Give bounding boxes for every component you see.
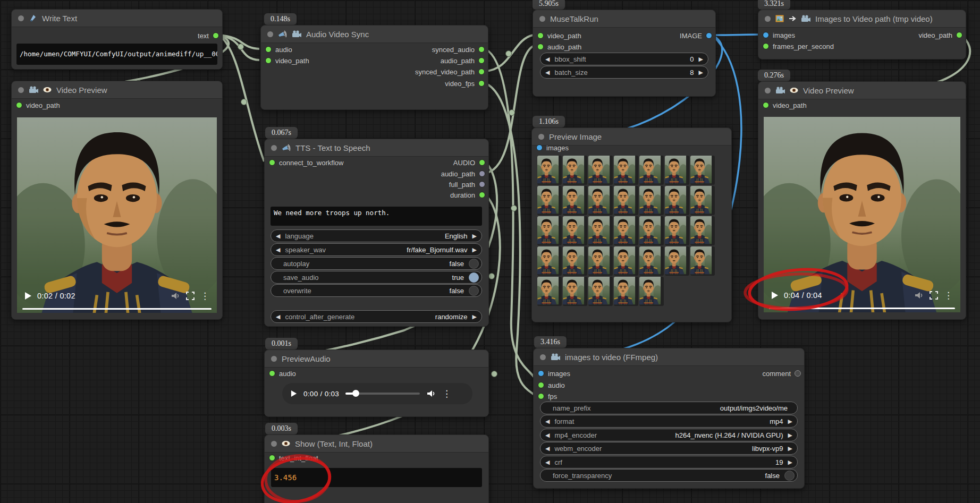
slot-dot[interactable]	[478, 57, 485, 64]
image-thumbnail[interactable]	[690, 216, 715, 245]
decrement-arrow-icon[interactable]: ◀	[545, 70, 550, 75]
widget-batch-size[interactable]: ◀ batch_size 8 ▶	[540, 66, 708, 79]
slot-dot[interactable]	[16, 102, 22, 108]
audio-seek-slider[interactable]	[345, 393, 420, 395]
video-controls[interactable]: 0:04 / 0:04 ⋮	[764, 285, 960, 306]
image-thumbnail[interactable]	[614, 277, 638, 306]
widget-save-audio[interactable]: save_audio true	[271, 271, 482, 284]
output-slot-audio-path[interactable]: audio_path	[441, 169, 485, 178]
image-thumbnail[interactable]	[614, 216, 638, 245]
image-thumbnail[interactable]	[588, 156, 613, 185]
output-slot-video-fps[interactable]: video_fps	[445, 79, 485, 88]
node-show-text-int-float[interactable]: Show (Text, Int, Float) text_int_float 3…	[264, 434, 489, 503]
increment-arrow-icon[interactable]: ▶	[788, 459, 792, 465]
input-slot-audio[interactable]: audio	[538, 380, 565, 390]
play-icon[interactable]	[291, 390, 297, 397]
input-slot-audio[interactable]: audio	[265, 45, 292, 54]
decrement-arrow-icon[interactable]: ◀	[545, 459, 550, 465]
toggle-knob[interactable]	[469, 272, 479, 283]
image-thumbnail[interactable]	[639, 156, 664, 185]
mute-icon[interactable]	[171, 292, 180, 300]
node-header[interactable]: Video Preview	[758, 82, 966, 99]
image-thumbnail[interactable]	[665, 156, 689, 185]
input-slot-video-path[interactable]: video_path	[537, 31, 581, 40]
node-preview-audio[interactable]: PreviewAudio audio 0:00 / 0:03 ⋮	[264, 349, 489, 417]
input-slot-frames-per-second[interactable]: frames_per_second	[763, 41, 834, 51]
widget-autoplay[interactable]: autoplay false	[271, 257, 482, 270]
volume-icon[interactable]	[426, 389, 436, 398]
input-slot-connect-to-workflow[interactable]: connect_to_workflow	[269, 158, 343, 167]
image-thumbnail[interactable]	[588, 246, 613, 276]
decrement-arrow-icon[interactable]: ◀	[276, 233, 280, 239]
tts-text-field[interactable]: We need more troops up north.	[271, 207, 482, 226]
output-slot-comment[interactable]: comment	[763, 369, 801, 378]
collapse-dot[interactable]	[271, 145, 277, 151]
input-slot-video-path[interactable]: video_path	[16, 100, 60, 110]
input-slot-video-path[interactable]: video_path	[763, 100, 807, 110]
node-tts[interactable]: TTS - Text to Speech connect_to_workflow…	[264, 139, 489, 327]
output-slot-video-path[interactable]: video_path	[918, 30, 962, 40]
widget-speaker-wav[interactable]: ◀ speaker_wav fr/fake_Bjornulf.wav ▶	[271, 243, 482, 256]
slot-dot[interactable]	[795, 370, 801, 377]
image-thumbnail[interactable]	[563, 277, 587, 306]
kebab-menu-icon[interactable]: ⋮	[944, 291, 953, 300]
widget-force-transparency[interactable]: force_transparency false	[540, 469, 798, 482]
output-slot-synced-video-path[interactable]: synced_video_path	[415, 67, 485, 76]
slot-dot[interactable]	[479, 159, 485, 166]
image-thumbnail[interactable]	[639, 216, 664, 245]
node-video-preview-left[interactable]: Video Preview video_path 0:02 / 0:02 ⋮	[11, 81, 223, 320]
input-slot-text-int-float[interactable]: text_int_float	[269, 453, 318, 463]
video-controls[interactable]: 0:02 / 0:02 ⋮	[17, 285, 217, 306]
slot-dot[interactable]	[269, 159, 275, 166]
node-images-to-video-path[interactable]: Images to Video path (tmp video) images …	[758, 10, 966, 59]
slot-dot[interactable]	[537, 32, 544, 39]
input-slot-fps[interactable]: fps	[538, 391, 557, 401]
video-progress-bar[interactable]	[22, 308, 212, 310]
image-thumbnail[interactable]	[639, 246, 664, 276]
increment-arrow-icon[interactable]: ▶	[699, 56, 703, 62]
slot-dot[interactable]	[269, 455, 275, 461]
node-header[interactable]: Images to Video path (tmp video)	[758, 10, 966, 28]
image-thumbnail[interactable]	[665, 246, 689, 276]
image-thumbnail-grid[interactable]	[537, 156, 718, 315]
input-slot-audio[interactable]: audio	[269, 369, 296, 378]
audio-player[interactable]: 0:00 / 0:03 ⋮	[282, 383, 472, 404]
decrement-arrow-icon[interactable]: ◀	[545, 446, 550, 451]
toggle-knob[interactable]	[469, 259, 479, 269]
increment-arrow-icon[interactable]: ▶	[788, 446, 792, 451]
image-thumbnail[interactable]	[563, 186, 587, 215]
image-thumbnail[interactable]	[563, 216, 587, 245]
slot-dot[interactable]	[706, 32, 712, 39]
slot-dot[interactable]	[265, 57, 272, 64]
decrement-arrow-icon[interactable]: ◀	[276, 314, 280, 320]
slot-dot[interactable]	[213, 32, 219, 39]
widget-mp4-encoder[interactable]: ◀ mp4_encoder h264_nvenc (H.264 / NVIDIA…	[540, 429, 798, 441]
show-value-field[interactable]: 3.456	[271, 468, 482, 487]
node-header[interactable]: Video Preview	[12, 81, 222, 99]
decrement-arrow-icon[interactable]: ◀	[545, 56, 550, 62]
video-player[interactable]: 0:02 / 0:02 ⋮	[17, 117, 217, 313]
increment-arrow-icon[interactable]: ▶	[788, 432, 792, 438]
output-slot-image[interactable]: IMAGE	[680, 31, 712, 40]
widget-format[interactable]: ◀ format mp4 ▶	[540, 415, 798, 428]
output-slot-full-path[interactable]: full_path	[449, 180, 485, 189]
image-thumbnail[interactable]	[537, 277, 562, 306]
mute-icon[interactable]	[914, 291, 924, 300]
image-thumbnail[interactable]	[665, 216, 689, 245]
image-thumbnail[interactable]	[665, 186, 689, 215]
video-player[interactable]: 0:04 / 0:04 ⋮	[764, 117, 960, 312]
input-slot-video-path[interactable]: video_path	[265, 56, 309, 65]
node-write-text[interactable]: Write Text text /home/umen/COMFYUI/Comfy…	[11, 9, 223, 70]
slot-dot[interactable]	[479, 170, 485, 177]
image-thumbnail[interactable]	[639, 277, 664, 306]
collapse-dot[interactable]	[271, 356, 277, 362]
widget-webm-encoder[interactable]: ◀ webm_encoder libvpx-vp9 ▶	[540, 442, 798, 455]
image-thumbnail[interactable]	[537, 156, 562, 185]
widget-overwrite[interactable]: overwrite false	[271, 284, 482, 297]
input-slot-audio-path[interactable]: audio_path	[537, 42, 581, 52]
slot-dot[interactable]	[538, 393, 544, 399]
collapse-dot[interactable]	[267, 31, 273, 37]
increment-arrow-icon[interactable]: ▶	[472, 247, 477, 253]
image-thumbnail[interactable]	[537, 216, 562, 245]
slot-dot[interactable]	[537, 44, 544, 50]
